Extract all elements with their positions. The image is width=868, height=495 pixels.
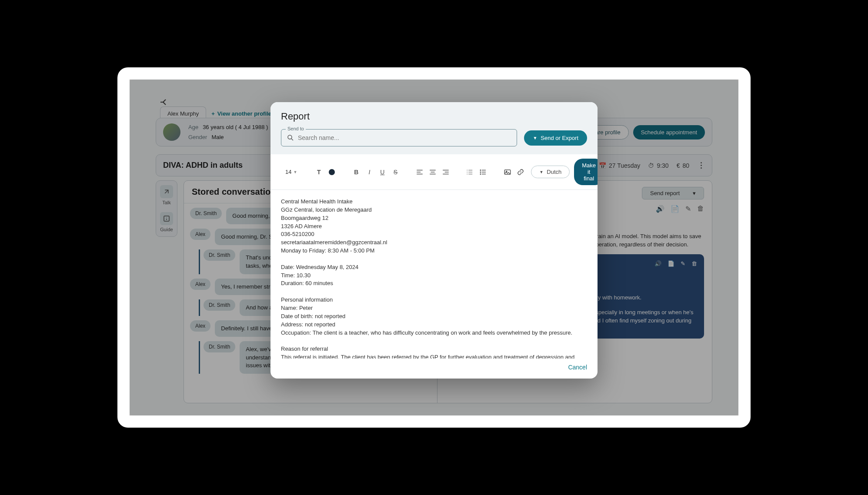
gender-value: Male [211, 134, 224, 140]
session-title: DIVA: ADHD in adults [163, 161, 243, 170]
speaker-badge: Dr. Smith [204, 299, 235, 311]
editor-toolbar: 14 ▼ T B I U S [270, 154, 598, 190]
speaker-badge: Dr. Smith [190, 208, 222, 219]
clock-icon: ⏱ [648, 162, 654, 169]
speaker-badge: Alex [190, 279, 210, 290]
session-date: 📅27 Tuesday [599, 162, 640, 169]
italic-button[interactable]: I [363, 166, 375, 178]
help-icon [163, 215, 170, 223]
bullet-list-button[interactable] [477, 166, 489, 178]
chevron-down-icon: ▼ [533, 136, 537, 140]
avatar [163, 123, 180, 141]
align-center-icon [429, 168, 437, 176]
talk-tool[interactable]: Talk [160, 185, 173, 205]
image-button[interactable] [501, 166, 514, 178]
volume-icon[interactable]: 🔊 [656, 205, 664, 213]
side-tool-panel: Talk Guide [156, 180, 177, 237]
chevron-down-icon: ▼ [539, 170, 543, 174]
speaker-badge: Alex [190, 320, 210, 332]
image-icon [504, 168, 511, 176]
align-right-button[interactable] [440, 166, 452, 178]
search-input[interactable] [298, 134, 511, 141]
send-to-label: Send to [286, 126, 306, 131]
modal-title: Report [281, 111, 587, 122]
gender-label: Gender [188, 134, 207, 140]
delete-icon[interactable]: 🗑 [691, 259, 697, 268]
edit-icon[interactable]: ✎ [685, 205, 691, 213]
send-export-label: Send or Export [541, 135, 578, 141]
session-cost: €80 [677, 162, 689, 169]
link-icon [517, 168, 524, 176]
link-button[interactable] [514, 166, 527, 178]
search-icon [287, 134, 294, 142]
chevron-down-icon: ▾ [693, 190, 696, 196]
color-picker-button[interactable] [326, 166, 338, 178]
cancel-button[interactable]: Cancel [568, 364, 587, 371]
report-editor[interactable]: Central Mental Health Intake GGz Central… [270, 190, 598, 359]
svg-point-1 [288, 135, 292, 139]
language-label: Dutch [547, 169, 561, 175]
svg-point-2 [481, 169, 481, 170]
language-select[interactable]: ▼ Dutch [531, 166, 570, 178]
align-center-button[interactable] [427, 166, 439, 178]
schedule-appointment-button[interactable]: Schedule appointment [633, 125, 705, 140]
guide-tool[interactable]: Guide [160, 212, 173, 232]
age-value: 36 years old ( 4 Jul 1988 ) [203, 124, 268, 130]
color-dot-icon [329, 169, 335, 175]
arrow-left-icon [159, 97, 170, 107]
send-report-label: Send report [650, 190, 680, 196]
copy-icon[interactable]: 📄 [671, 205, 679, 213]
strikethrough-button[interactable]: S [389, 166, 401, 178]
underline-button[interactable]: U [376, 166, 388, 178]
speaker-badge: Alex [190, 229, 210, 240]
align-left-button[interactable] [414, 166, 426, 178]
text-color-button[interactable]: T [313, 166, 325, 178]
view-another-profile[interactable]: + View another profile [211, 110, 271, 117]
volume-icon[interactable]: 🔊 [654, 259, 661, 268]
make-final-button[interactable]: Make it final [574, 159, 598, 185]
bold-button[interactable]: B [350, 166, 362, 178]
plus-icon: + [211, 110, 215, 117]
font-size-select[interactable]: 14 ▼ [282, 167, 300, 177]
expand-icon [163, 188, 170, 196]
align-right-icon [442, 168, 450, 176]
send-export-button[interactable]: ▼ Send or Export [524, 130, 587, 146]
report-modal: Report Send to ▼ Send or Export 14 [270, 102, 598, 379]
guide-label: Guide [160, 227, 173, 232]
align-left-icon [416, 168, 424, 176]
svg-point-4 [481, 173, 481, 174]
send-report-dropdown[interactable]: Send report ▾ [642, 187, 704, 199]
delete-icon[interactable]: 🗑 [697, 205, 704, 213]
chevron-down-icon: ▼ [293, 170, 297, 174]
send-to-field[interactable]: Send to [281, 129, 517, 146]
speaker-badge: Dr. Smith [204, 341, 235, 352]
bullet-list-icon [479, 168, 487, 176]
calendar-icon: 📅 [599, 162, 606, 169]
font-size-value: 14 [285, 169, 291, 175]
talk-label: Talk [162, 200, 171, 205]
svg-point-3 [481, 172, 481, 173]
euro-icon: € [677, 162, 680, 169]
session-time: ⏱9:30 [648, 162, 668, 169]
ordered-list-icon [466, 168, 474, 176]
more-menu[interactable] [697, 162, 705, 169]
age-label: Age [188, 124, 198, 130]
copy-icon[interactable]: 📄 [668, 259, 674, 268]
speaker-badge: Dr. Smith [204, 249, 235, 261]
edit-icon[interactable]: ✎ [681, 259, 685, 268]
view-another-label: View another profile [217, 110, 271, 117]
ordered-list-button[interactable] [464, 166, 476, 178]
